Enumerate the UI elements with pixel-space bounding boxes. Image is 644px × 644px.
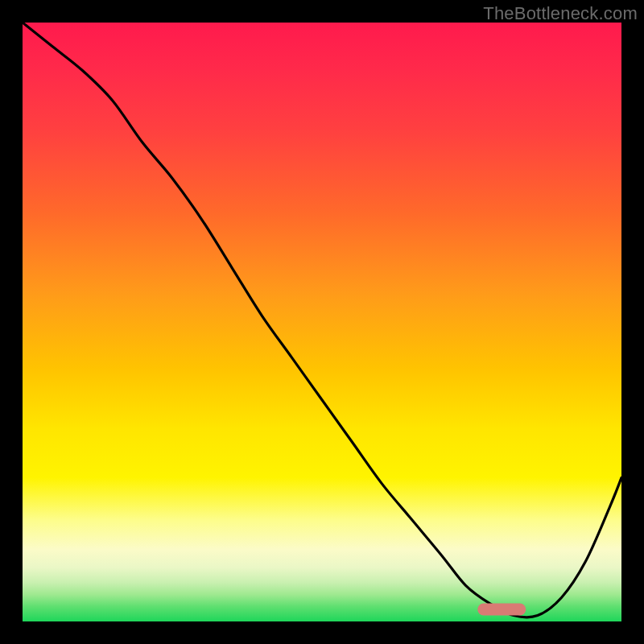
plot-area <box>23 23 621 621</box>
bottleneck-curve <box>23 23 621 621</box>
chart-frame: TheBottleneck.com <box>0 0 644 644</box>
sweet-spot-marker <box>477 604 526 616</box>
watermark-text: TheBottleneck.com <box>483 3 638 24</box>
